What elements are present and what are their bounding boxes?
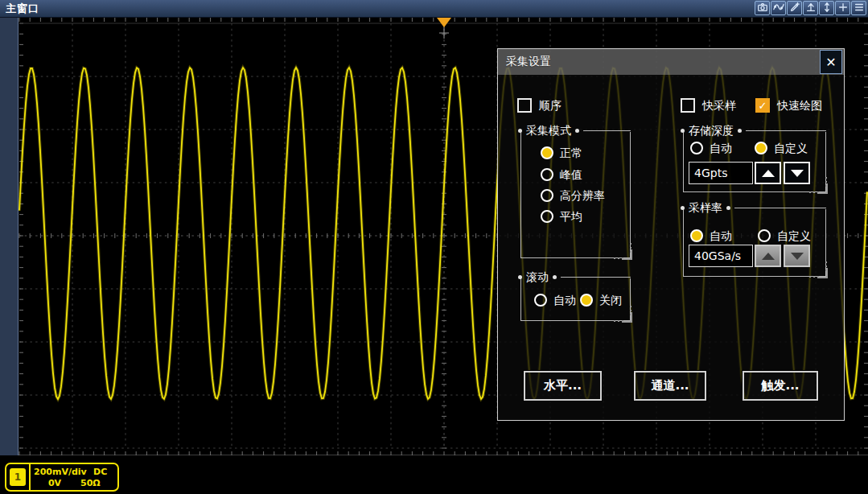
menu-button[interactable] xyxy=(851,1,866,15)
fast-acquisition-checkbox[interactable]: 快采样 xyxy=(681,97,736,113)
fast-plot-checkbox[interactable]: 快速绘图 xyxy=(755,97,822,113)
legend-dot xyxy=(575,129,579,133)
window-titlebar: 主窗口 xyxy=(0,0,868,18)
sample-rate-input[interactable] xyxy=(689,245,753,267)
arrow-up-icon xyxy=(762,253,775,260)
trigger-position-marker[interactable] xyxy=(437,18,451,27)
sequence-checkbox-label: 顺序 xyxy=(539,100,562,111)
acq-mode-group: 采集模式 正常 峰值 高分辨率 平均 xyxy=(520,132,631,258)
legend-line xyxy=(583,130,631,131)
resize-grip-dots xyxy=(614,320,615,322)
acquisition-settings-dialog: 采集设置 ✕ 顺序 快采样 快速绘图 采集模式 xyxy=(497,48,845,421)
memory-depth-input[interactable] xyxy=(689,162,753,184)
radio-acq-hires[interactable]: 高分辨率 xyxy=(541,188,605,203)
window-title: 主窗口 xyxy=(6,2,39,16)
channel1-offset: 0V xyxy=(34,479,76,488)
radio-rate-auto[interactable]: 自动 xyxy=(690,228,732,243)
resize-grip-dots xyxy=(809,276,811,278)
channel1-badge: 1 xyxy=(10,468,26,486)
channel1-readouts: 200mV/div DC 0V 50Ω xyxy=(31,464,117,490)
checkbox-icon xyxy=(681,98,695,113)
annotate-button[interactable] xyxy=(787,1,802,15)
vertical-scale-button[interactable] xyxy=(819,1,834,15)
menu-list-icon xyxy=(854,1,865,16)
horizontal-settings-button[interactable]: 水平... xyxy=(524,371,602,401)
radio-acq-average[interactable]: 平均 xyxy=(541,209,582,224)
resize-grip xyxy=(622,249,632,260)
resize-grip-dots xyxy=(614,257,615,259)
roll-legend: 滚动 xyxy=(526,271,549,282)
arrow-down-icon xyxy=(791,253,804,260)
radio-icon xyxy=(758,229,771,242)
arrow-up-icon xyxy=(762,170,775,177)
add-button[interactable] xyxy=(835,1,850,15)
radio-icon xyxy=(690,229,703,242)
radio-depth-auto[interactable]: 自动 xyxy=(690,141,732,155)
legend-dot xyxy=(518,275,522,279)
memory-depth-decrease-button[interactable] xyxy=(784,162,810,184)
legend-dot xyxy=(518,129,522,133)
trigger-settings-button[interactable]: 触发... xyxy=(743,371,818,401)
legend-dot xyxy=(681,206,685,210)
resize-grip-dots xyxy=(630,306,631,307)
resize-grip-dots xyxy=(825,261,827,263)
legend-dot xyxy=(681,129,685,133)
probe-icon xyxy=(805,1,817,16)
resize-grip-dots xyxy=(630,243,631,245)
oscilloscope-screen: 1 主窗口 xyxy=(0,0,868,494)
channel1-impedance: 50Ω xyxy=(80,479,101,488)
resize-grip-dots xyxy=(809,191,811,193)
radio-roll-auto[interactable]: 自动 xyxy=(534,293,576,307)
radio-roll-off[interactable]: 关闭 xyxy=(580,293,622,307)
sample-rate-group: 采样率 自动 自定义 xyxy=(683,209,826,277)
camera-icon xyxy=(757,1,768,16)
close-icon: ✕ xyxy=(825,55,836,70)
legend-dot xyxy=(553,275,557,279)
legend-line xyxy=(746,130,826,131)
vertical-scale-icon xyxy=(821,1,833,16)
dialog-title: 采集设置 xyxy=(506,55,551,69)
probe-measure-button[interactable] xyxy=(803,1,818,15)
radio-icon xyxy=(541,189,553,202)
radio-rate-custom[interactable]: 自定义 xyxy=(758,228,811,243)
left-gutter xyxy=(0,18,19,457)
sample-rate-increase-button[interactable] xyxy=(755,245,781,267)
dialog-close-button[interactable]: ✕ xyxy=(820,50,842,74)
memory-depth-group: 存储深度 自动 自定义 xyxy=(683,132,826,192)
radio-acq-normal[interactable]: 正常 xyxy=(541,146,582,160)
radio-acq-peak[interactable]: 峰值 xyxy=(541,167,582,182)
fast-acquisition-checkbox-label: 快采样 xyxy=(702,100,736,111)
channel-settings-button[interactable]: 通道... xyxy=(634,371,706,401)
resize-grip xyxy=(622,312,632,323)
arrow-down-icon xyxy=(791,170,804,177)
memory-depth-legend: 存储深度 xyxy=(689,125,734,136)
fast-plot-checkbox-label: 快速绘图 xyxy=(777,100,822,111)
waveform-tool-button[interactable] xyxy=(771,1,786,15)
acq-mode-legend: 采集模式 xyxy=(526,125,571,136)
radio-icon xyxy=(580,294,593,307)
radio-icon xyxy=(755,142,767,154)
sequence-checkbox[interactable]: 顺序 xyxy=(517,97,562,113)
status-bar: 1 200mV/div DC 0V 50Ω xyxy=(0,455,868,494)
dialog-titlebar[interactable]: 采集设置 xyxy=(498,49,844,75)
waveform-icon xyxy=(773,1,784,16)
radio-icon xyxy=(541,210,553,223)
radio-depth-custom[interactable]: 自定义 xyxy=(755,141,808,155)
camera-screenshot-button[interactable] xyxy=(755,1,770,15)
legend-line xyxy=(561,277,631,278)
radio-icon xyxy=(541,168,553,181)
roll-group: 滚动 自动 关闭 xyxy=(520,278,631,321)
sample-rate-legend: 采样率 xyxy=(689,202,722,213)
channel1-coupling: DC xyxy=(93,467,107,476)
channel1-info-box[interactable]: 1 200mV/div DC 0V 50Ω xyxy=(5,463,119,492)
resize-grip xyxy=(817,268,828,278)
resize-grip xyxy=(817,183,828,194)
checkbox-checked-icon xyxy=(755,98,770,113)
sample-rate-decrease-button[interactable] xyxy=(784,245,810,267)
radio-icon xyxy=(541,146,553,159)
radio-icon xyxy=(534,294,547,307)
legend-dot xyxy=(738,129,742,133)
resize-grip-dots xyxy=(825,177,827,179)
titlebar-toolbar xyxy=(755,1,866,15)
memory-depth-increase-button[interactable] xyxy=(755,162,781,184)
